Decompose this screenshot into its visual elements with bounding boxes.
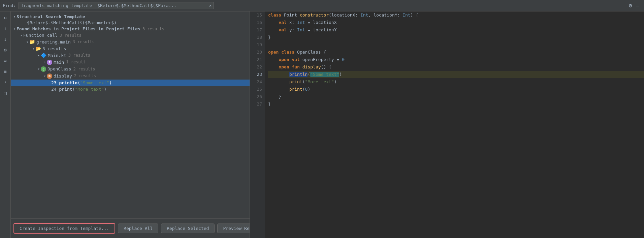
function-call-label: Function call — [23, 33, 58, 38]
code-line-21: open val openProperty = 0 — [268, 56, 644, 63]
line-num-21: 21 — [250, 56, 262, 63]
code-line-20: open class OpenClass { — [268, 49, 644, 56]
function-call-count: 3 results — [60, 33, 82, 38]
main-func-label: main — [54, 60, 64, 65]
sort-icon[interactable]: ≡ — [1, 67, 9, 76]
main-container: Find: fragments matching template '$Befo… — [0, 0, 644, 238]
code-line-17: val y: Int = locationY — [268, 26, 644, 34]
line-num-17: 17 — [250, 26, 262, 34]
content-area: ↻ ↑ ↓ ⚙ ⊞ ≡ ⬇ □ ▾ Structural Search Temp… — [0, 11, 644, 238]
code-lines: class Point constructor(locationX: Int, … — [265, 11, 644, 238]
line24-label: 24 print("More text") — [51, 87, 106, 92]
find-label: Find: — [3, 3, 16, 8]
main-kt-label: Main.kt — [48, 53, 66, 58]
display-count: 2 results — [74, 73, 96, 78]
chevron-right-icon: › — [44, 60, 46, 64]
openclass-count: 2 results — [73, 67, 95, 71]
tree-panel: ▾ Structural Search Template $Before$.$M… — [11, 11, 250, 238]
found-matches-header[interactable]: ▾ Found Matches in Project Files in Proj… — [11, 26, 250, 32]
chevron-down-icon7: ▾ — [38, 67, 40, 71]
chevron-down-icon8: ▾ — [44, 74, 46, 78]
kt-file-icon: 🔷 — [41, 53, 46, 58]
code-line-26: } — [268, 93, 644, 100]
greeting-main-label: greeting.main — [36, 39, 71, 44]
line-numbers: 15 16 17 18 19 20 21 22 23 24 25 26 27 — [250, 11, 265, 238]
tree-node-line23[interactable]: 23 println("Some text") — [11, 80, 250, 86]
filter-icon[interactable]: ⬇ — [1, 78, 9, 86]
display-label: display — [54, 73, 72, 79]
code-line-25: print(0) — [268, 86, 644, 93]
sidebar-icons: ↻ ↑ ↓ ⚙ ⊞ ≡ ⬇ □ — [0, 11, 11, 238]
main-func-count: 1 result — [66, 60, 86, 64]
tree-node-line24[interactable]: 24 print("More text") — [11, 86, 250, 92]
chevron-down-icon3: ▾ — [20, 33, 22, 37]
refresh-icon[interactable]: ↻ — [1, 13, 9, 22]
close-find-icon[interactable]: × — [209, 3, 212, 8]
tree-node-main-kt[interactable]: ▾ 🔷 Main.kt 3 results — [11, 52, 250, 59]
settings-icon[interactable]: ⚙ — [1, 46, 9, 54]
tree-node-openclass[interactable]: ▾ C OpenClass 2 results — [11, 66, 250, 73]
code-line-27: } — [268, 100, 644, 108]
line-num-18: 18 — [250, 34, 262, 41]
tree-node-function-call[interactable]: ▾ Function call 3 results — [11, 32, 250, 38]
sub-folder-label: 3 results — [42, 46, 66, 51]
chevron-down-icon5: ▾ — [32, 47, 34, 51]
chevron-down-icon: ▾ — [13, 15, 15, 19]
preview-replacement-button[interactable]: Preview Replacement — [217, 224, 250, 233]
tree-node-sub-folder[interactable]: ▾ 📂 3 results — [11, 45, 250, 52]
find-query-text: fragments matching template '$Before$.$M… — [21, 3, 176, 8]
structural-template-label: Structural Search Template — [17, 14, 85, 19]
tree-content: ▾ Structural Search Template $Before$.$M… — [11, 11, 250, 218]
chevron-down-icon6: ▾ — [38, 54, 40, 57]
code-line-16: val x: Int = locationX — [268, 19, 644, 26]
greeting-main-count: 3 results — [73, 39, 95, 44]
func-f-icon: f — [47, 59, 52, 65]
line-num-22: 22 — [250, 63, 262, 71]
found-matches-label: Found Matches in Project Files in Projec… — [17, 26, 140, 31]
code-line-15: class Point constructor(locationX: Int, … — [268, 11, 644, 19]
code-line-19 — [268, 41, 644, 49]
tree-node-display[interactable]: ▾ m display 2 results — [11, 72, 250, 80]
found-matches-count: 3 results — [142, 27, 164, 31]
up-icon[interactable]: ↑ — [1, 24, 9, 32]
code-line-22: open fun display() { — [268, 63, 644, 71]
line-num-16: 16 — [250, 19, 262, 26]
line-num-23: 23 — [250, 71, 262, 78]
minimize-icon[interactable]: — — [634, 2, 641, 9]
code-content: 15 16 17 18 19 20 21 22 23 24 25 26 27 c… — [250, 11, 644, 238]
find-query-box[interactable]: fragments matching template '$Before$.$M… — [19, 2, 214, 9]
line-num-20: 20 — [250, 49, 262, 56]
line-num-26: 26 — [250, 93, 262, 100]
sub-folder-icon: 📂 — [35, 46, 41, 51]
openclass-label: OpenClass — [47, 66, 71, 71]
create-inspection-button[interactable]: Create Inspection from Template... — [13, 223, 115, 234]
tree-node-greeting-main[interactable]: ▾ 📁 greeting.main 3 results — [11, 38, 250, 45]
line-num-27: 27 — [250, 100, 262, 108]
tree-node-main-func[interactable]: › f main 1 result — [11, 59, 250, 66]
replace-all-button[interactable]: Replace All — [118, 224, 158, 233]
code-panel: 15 16 17 18 19 20 21 22 23 24 25 26 27 c… — [250, 11, 644, 238]
structural-template-header[interactable]: ▾ Structural Search Template — [11, 13, 250, 20]
func-c-icon: C — [41, 66, 46, 72]
code-line-24: print("More text") — [268, 78, 644, 86]
main-kt-count: 3 results — [68, 53, 90, 58]
code-line-23: println("Some text") — [268, 71, 644, 78]
line-num-25: 25 — [250, 86, 262, 93]
down-icon[interactable]: ↓ — [1, 35, 9, 43]
template-code: $Before$.$MethodCall$($Parameter$) — [11, 20, 250, 26]
folder-icon: 📁 — [29, 39, 35, 44]
line-num-24: 24 — [250, 78, 262, 86]
group-icon[interactable]: ⊞ — [1, 57, 9, 65]
square-icon[interactable]: □ — [1, 89, 9, 97]
code-line-18: } — [268, 34, 644, 41]
line-num-19: 19 — [250, 41, 262, 49]
bottom-bar: Create Inspection from Template... Repla… — [11, 218, 250, 238]
top-bar: Find: fragments matching template '$Befo… — [0, 0, 644, 11]
line23-label: 23 println("Some text") — [51, 80, 112, 85]
chevron-down-icon4: ▾ — [26, 40, 28, 44]
chevron-down-icon2: ▾ — [13, 27, 15, 31]
replace-selected-button[interactable]: Replace Selected — [161, 224, 215, 233]
line-num-15: 15 — [250, 11, 262, 19]
func-m-icon: m — [47, 73, 52, 79]
settings-gear-icon[interactable]: ⚙ — [627, 2, 634, 9]
